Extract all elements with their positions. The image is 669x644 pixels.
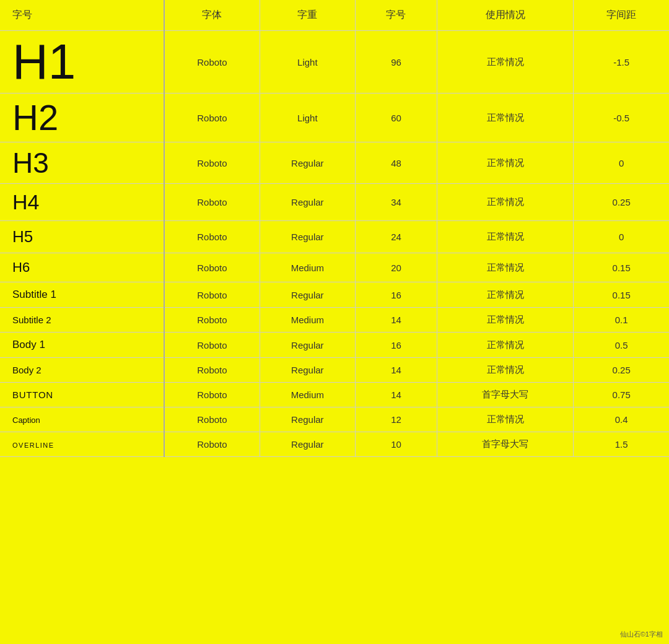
size-cell: 14	[355, 308, 437, 333]
weight-cell: Regular	[260, 142, 355, 184]
size-cell: 16	[355, 282, 437, 308]
weight-cell: Medium	[260, 383, 355, 407]
usage-cell: 正常情况	[437, 253, 574, 282]
font-cell: Roboto	[164, 31, 260, 94]
size-cell: 96	[355, 31, 437, 94]
preview-cell: Subtitle 2	[0, 308, 164, 333]
table-header-row: 字号 字体 字重 字号 使用情况 字间距	[0, 0, 669, 31]
weight-cell: Regular	[260, 184, 355, 221]
preview-cell: Body 2	[0, 358, 164, 383]
weight-cell: Medium	[260, 308, 355, 333]
spacing-cell: 0.25	[574, 184, 669, 221]
table-row: H2RobotoLight60正常情况-0.5	[0, 94, 669, 142]
spacing-cell: 0.1	[574, 308, 669, 333]
table-row: Subtitle 1RobotoRegular16正常情况0.15	[0, 282, 669, 308]
usage-cell: 首字母大写	[437, 383, 574, 407]
spacing-cell: 0.15	[574, 253, 669, 282]
spacing-cell: 0.25	[574, 358, 669, 383]
font-cell: Roboto	[164, 94, 260, 142]
size-cell: 20	[355, 253, 437, 282]
preview-cell: H5	[0, 221, 164, 253]
header-spacing: 字间距	[574, 0, 669, 31]
table-row: H4RobotoRegular34正常情况0.25	[0, 184, 669, 221]
size-cell: 24	[355, 221, 437, 253]
font-cell: Roboto	[164, 142, 260, 184]
preview-cell: H2	[0, 94, 164, 142]
preview-text: H1	[12, 34, 76, 89]
usage-cell: 首字母大写	[437, 432, 574, 457]
preview-text: Subtitle 1	[12, 289, 56, 300]
size-cell: 10	[355, 432, 437, 457]
weight-cell: Medium	[260, 253, 355, 282]
preview-text: Body 2	[12, 365, 42, 375]
weight-cell: Regular	[260, 282, 355, 308]
preview-cell: BUTTON	[0, 383, 164, 407]
preview-cell: OVERLINE	[0, 432, 164, 457]
preview-cell: H6	[0, 253, 164, 282]
usage-cell: 正常情况	[437, 308, 574, 333]
preview-cell: Subtitle 1	[0, 282, 164, 308]
weight-cell: Regular	[260, 333, 355, 358]
table-row: OVERLINERobotoRegular10首字母大写1.5	[0, 432, 669, 457]
weight-cell: Regular	[260, 432, 355, 457]
font-cell: Roboto	[164, 308, 260, 333]
font-cell: Roboto	[164, 407, 260, 432]
preview-text: H6	[12, 259, 30, 275]
header-font: 字体	[164, 0, 260, 31]
table-row: CaptionRobotoRegular12正常情况0.4	[0, 407, 669, 432]
weight-cell: Regular	[260, 221, 355, 253]
table-row: H5RobotoRegular24正常情况0	[0, 221, 669, 253]
font-cell: Roboto	[164, 432, 260, 457]
font-cell: Roboto	[164, 253, 260, 282]
size-cell: 12	[355, 407, 437, 432]
table-row: Body 1RobotoRegular16正常情况0.5	[0, 333, 669, 358]
preview-text: H4	[12, 190, 39, 214]
preview-text: Body 1	[12, 339, 45, 350]
spacing-cell: 0.75	[574, 383, 669, 407]
typography-table: 字号 字体 字重 字号 使用情况 字间距 H1RobotoLight96正常情况…	[0, 0, 669, 457]
usage-cell: 正常情况	[437, 142, 574, 184]
usage-cell: 正常情况	[437, 282, 574, 308]
spacing-cell: 1.5	[574, 432, 669, 457]
preview-text: H2	[12, 97, 58, 137]
usage-cell: 正常情况	[437, 221, 574, 253]
preview-text: H3	[12, 147, 49, 179]
size-cell: 60	[355, 94, 437, 142]
header-usage: 使用情况	[437, 0, 574, 31]
preview-cell: Caption	[0, 407, 164, 432]
spacing-cell: -1.5	[574, 31, 669, 94]
weight-cell: Regular	[260, 407, 355, 432]
table-row: Subtitle 2RobotoMedium14正常情况0.1	[0, 308, 669, 333]
font-cell: Roboto	[164, 358, 260, 383]
header-preview: 字号	[0, 0, 164, 31]
size-cell: 48	[355, 142, 437, 184]
size-cell: 16	[355, 333, 437, 358]
font-cell: Roboto	[164, 282, 260, 308]
weight-cell: Regular	[260, 358, 355, 383]
preview-cell: Body 1	[0, 333, 164, 358]
usage-cell: 正常情况	[437, 407, 574, 432]
preview-text: Subtitle 2	[12, 315, 51, 325]
footer-note: 仙山石©1字相	[620, 630, 663, 639]
spacing-cell: 0	[574, 221, 669, 253]
spacing-cell: 0	[574, 142, 669, 184]
spacing-cell: 0.15	[574, 282, 669, 308]
spacing-cell: 0.4	[574, 407, 669, 432]
usage-cell: 正常情况	[437, 94, 574, 142]
table-row: H6RobotoMedium20正常情况0.15	[0, 253, 669, 282]
font-cell: Roboto	[164, 184, 260, 221]
font-cell: Roboto	[164, 221, 260, 253]
font-cell: Roboto	[164, 383, 260, 407]
usage-cell: 正常情况	[437, 333, 574, 358]
preview-text: OVERLINE	[12, 442, 55, 449]
preview-text: BUTTON	[12, 389, 53, 400]
preview-cell: H4	[0, 184, 164, 221]
table-row: H3RobotoRegular48正常情况0	[0, 142, 669, 184]
header-weight: 字重	[260, 0, 355, 31]
weight-cell: Light	[260, 94, 355, 142]
table-row: BUTTONRobotoMedium14首字母大写0.75	[0, 383, 669, 407]
table-row: Body 2RobotoRegular14正常情况0.25	[0, 358, 669, 383]
usage-cell: 正常情况	[437, 358, 574, 383]
size-cell: 14	[355, 358, 437, 383]
size-cell: 14	[355, 383, 437, 407]
